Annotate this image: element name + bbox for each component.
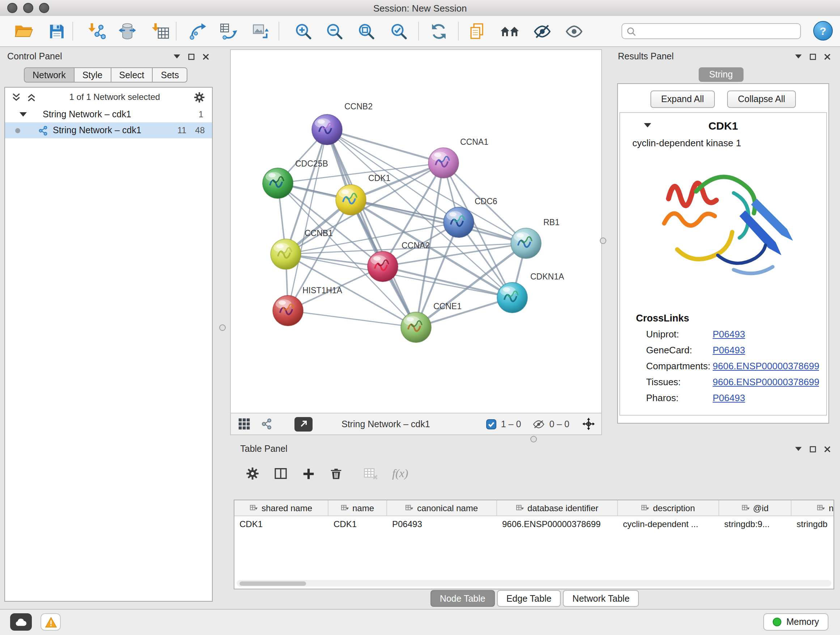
network-row-selected[interactable]: String Network – cdk1 11 48 xyxy=(5,122,212,138)
export-network-button[interactable] xyxy=(187,20,209,42)
network-node[interactable] xyxy=(273,295,303,326)
crosslink-value-link[interactable]: P06493 xyxy=(713,329,745,340)
expand-all-networks-icon[interactable] xyxy=(11,92,21,102)
crosslink-value-link[interactable]: P06493 xyxy=(713,345,745,356)
network-edge[interactable] xyxy=(288,130,327,310)
zoom-in-button[interactable] xyxy=(292,20,314,42)
warnings-button[interactable] xyxy=(41,613,61,631)
panel-close-icon[interactable] xyxy=(202,53,209,60)
zoom-selected-button[interactable] xyxy=(388,20,409,42)
network-node[interactable] xyxy=(263,168,293,198)
window-zoom-button[interactable] xyxy=(39,3,49,13)
bottom-splitter-handle[interactable] xyxy=(531,436,537,442)
panel-close-icon[interactable] xyxy=(824,53,831,60)
string-results-tab[interactable]: String xyxy=(698,67,744,82)
import-network-button[interactable] xyxy=(85,20,107,42)
network-edge[interactable] xyxy=(327,130,416,327)
import-table-button[interactable] xyxy=(150,20,172,42)
expand-all-button[interactable]: Expand All xyxy=(651,90,715,108)
save-session-button[interactable] xyxy=(46,20,67,42)
hide-annotations-button[interactable] xyxy=(531,20,553,42)
network-node[interactable] xyxy=(444,207,474,238)
network-node[interactable] xyxy=(428,148,459,178)
table-cell[interactable]: CDK1 xyxy=(328,516,387,532)
table-cell[interactable]: 9606.ENSP00000378699 xyxy=(497,516,618,532)
help-button[interactable]: ? xyxy=(813,21,833,41)
refresh-layout-button[interactable] xyxy=(428,20,449,42)
tab-node-table[interactable]: Node Table xyxy=(431,590,495,607)
network-edge[interactable] xyxy=(288,310,416,327)
tab-network-table[interactable]: Network Table xyxy=(563,590,639,607)
panel-float-icon[interactable] xyxy=(810,53,816,60)
scrollbar-thumb[interactable] xyxy=(240,581,306,585)
tab-select[interactable]: Select xyxy=(111,67,153,82)
tab-network[interactable]: Network xyxy=(24,67,74,82)
table-row[interactable]: CDK1CDK1P064939606.ENSP00000378699cyclin… xyxy=(234,516,834,532)
open-session-button[interactable] xyxy=(13,20,35,42)
table-cell[interactable]: cyclin-dependent ... xyxy=(618,516,719,532)
memory-button[interactable]: Memory xyxy=(763,613,829,631)
network-node[interactable] xyxy=(336,185,366,215)
crosslink-value-link[interactable]: 9606.ENSP00000378699 xyxy=(713,361,819,371)
tree-expand-triangle-icon[interactable] xyxy=(19,112,27,117)
column-header[interactable]: description xyxy=(618,500,719,516)
show-columns-icon[interactable] xyxy=(273,466,288,481)
collapse-section-triangle-icon[interactable] xyxy=(644,123,651,127)
table-cell[interactable]: P06493 xyxy=(387,516,497,532)
tab-sets[interactable]: Sets xyxy=(152,67,188,82)
delete-column-trash-icon[interactable] xyxy=(329,467,343,480)
network-canvas[interactable]: CCNB2CCNA1CDC25BCDK1CDC6RB1CCNB1CCNA2CDK… xyxy=(231,50,601,413)
zoom-out-button[interactable] xyxy=(324,20,345,42)
right-splitter-handle[interactable] xyxy=(600,238,606,244)
crosslink-value-link[interactable]: P06493 xyxy=(713,393,745,403)
import-network-from-database-button[interactable] xyxy=(117,20,138,42)
network-edge[interactable] xyxy=(327,130,444,163)
home-view-button[interactable] xyxy=(499,20,521,42)
network-node[interactable] xyxy=(401,312,431,342)
column-header[interactable]: namespace xyxy=(791,500,834,516)
hidden-eye-slash-icon[interactable] xyxy=(532,419,545,429)
panel-collapse-icon[interactable] xyxy=(795,447,802,451)
search-input[interactable] xyxy=(639,25,796,37)
open-in-new-window-button[interactable] xyxy=(294,417,313,431)
network-options-gear-icon[interactable] xyxy=(193,91,205,103)
window-close-button[interactable] xyxy=(7,3,17,13)
collapse-all-networks-icon[interactable] xyxy=(27,92,36,102)
table-cell[interactable]: CDK1 xyxy=(234,516,328,532)
protein-card-header[interactable]: CDK1 xyxy=(620,116,826,135)
tab-style[interactable]: Style xyxy=(74,67,111,82)
panel-collapse-icon[interactable] xyxy=(174,54,180,59)
birdseye-grid-icon[interactable] xyxy=(238,418,250,430)
copy-document-button[interactable] xyxy=(467,20,488,42)
table-settings-gear-icon[interactable] xyxy=(245,466,260,481)
network-node[interactable] xyxy=(511,228,541,258)
tab-edge-table[interactable]: Edge Table xyxy=(497,590,561,607)
panel-close-icon[interactable] xyxy=(824,446,831,452)
network-node[interactable] xyxy=(497,282,527,313)
column-header[interactable]: name xyxy=(328,500,387,516)
add-column-plus-icon[interactable] xyxy=(302,467,316,480)
selected-checkbox-icon[interactable] xyxy=(486,419,497,429)
column-header[interactable]: shared name xyxy=(234,500,328,516)
export-table-button[interactable] xyxy=(218,20,240,42)
show-annotations-button[interactable] xyxy=(563,20,584,42)
network-collection-row[interactable]: String Network – cdk1 1 xyxy=(5,106,212,122)
panel-float-icon[interactable] xyxy=(188,53,195,60)
export-image-button[interactable] xyxy=(250,20,272,42)
column-header[interactable]: database identifier xyxy=(497,500,618,516)
collapse-all-button[interactable]: Collapse All xyxy=(727,90,796,108)
network-node[interactable] xyxy=(312,114,342,145)
network-node[interactable] xyxy=(271,239,301,269)
column-header[interactable]: canonical name xyxy=(387,500,497,516)
cloud-button[interactable] xyxy=(10,613,32,631)
pan-crosshair-icon[interactable] xyxy=(583,418,595,430)
zoom-fit-button[interactable] xyxy=(355,20,377,42)
table-cell[interactable]: stringdb xyxy=(791,516,834,532)
panel-collapse-icon[interactable] xyxy=(795,54,802,59)
column-header[interactable]: @id xyxy=(719,500,791,516)
panel-float-icon[interactable] xyxy=(810,446,816,452)
left-splitter-handle[interactable] xyxy=(219,325,226,331)
network-node[interactable] xyxy=(368,251,398,282)
window-minimize-button[interactable] xyxy=(23,3,33,13)
table-horizontal-scrollbar[interactable] xyxy=(237,580,831,586)
